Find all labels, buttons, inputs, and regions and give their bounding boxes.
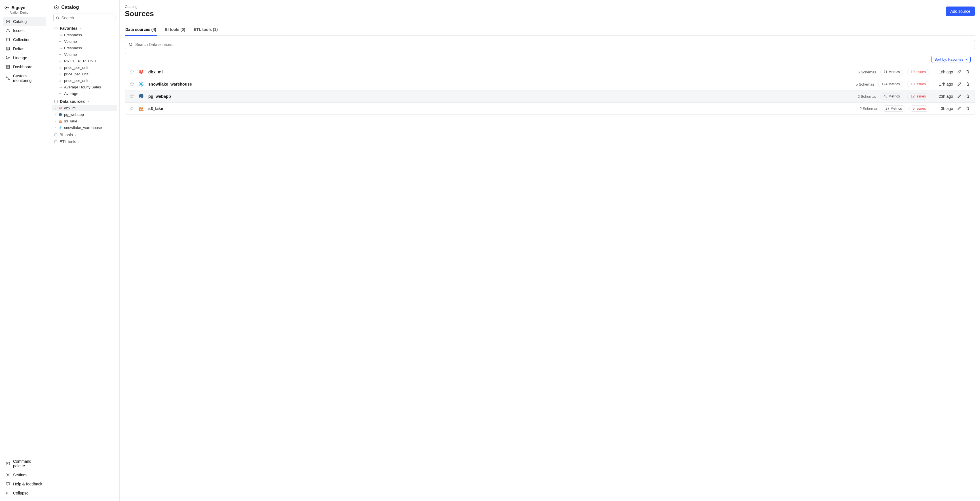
table-row[interactable]: s3_lake 2 Schemas 27 Metrics 5 Issues 3h… xyxy=(125,103,975,114)
sources-search[interactable] xyxy=(125,40,975,49)
favorite-toggle[interactable] xyxy=(130,106,134,111)
favorite-item[interactable]: #PRICE_PER_UNIT xyxy=(52,58,117,64)
databricks-icon xyxy=(59,106,62,110)
edit-button[interactable] xyxy=(957,70,962,75)
nav-help[interactable]: Help & feedback xyxy=(3,479,46,488)
catalog-search[interactable] xyxy=(53,14,115,22)
edit-button[interactable] xyxy=(957,94,962,99)
favorite-item[interactable]: Volume xyxy=(52,38,117,45)
favorite-toggle[interactable] xyxy=(130,94,134,99)
data-sources-header[interactable]: Data sources ▼ xyxy=(52,98,117,105)
tree-source-pg-webapp[interactable]: › pg_webapp xyxy=(52,111,117,118)
time-ago: 18h ago xyxy=(933,70,953,74)
nav-lineage[interactable]: Lineage xyxy=(3,53,46,62)
s3-icon xyxy=(138,105,144,112)
nav-custom-monitoring[interactable]: Custom monitoring xyxy=(3,71,46,85)
nav-deltas[interactable]: Deltas xyxy=(3,44,46,53)
sine-icon xyxy=(59,46,62,50)
tree-source-dbx-ml[interactable]: › dbx_ml xyxy=(52,105,117,111)
table-row[interactable]: snowflake_warehouse 5 Schemas 124 Metric… xyxy=(125,78,975,90)
add-source-button[interactable]: Add source xyxy=(946,6,975,16)
svg-point-13 xyxy=(56,16,59,19)
svg-point-3 xyxy=(6,56,7,57)
sort-label: Sort by: Favorites xyxy=(934,57,963,62)
grid-icon xyxy=(6,65,10,69)
sine-icon xyxy=(59,92,62,96)
favorite-item[interactable]: Freshness xyxy=(52,45,117,51)
tree-source-s3-lake[interactable]: › s3_lake xyxy=(52,118,117,124)
favorite-item[interactable]: #price_per_unit xyxy=(52,71,117,78)
favorite-toggle[interactable] xyxy=(130,70,134,75)
chevron-right-icon: › xyxy=(54,126,57,129)
source-label: snowflake_warehouse xyxy=(64,125,102,130)
postgres-icon xyxy=(138,93,144,100)
main-content: Catalog Sources Add source Data sources … xyxy=(120,0,980,501)
catalog-search-input[interactable] xyxy=(62,16,113,20)
catalog-panel: Catalog Favorites ▼ Freshness Volume Fre… xyxy=(49,0,120,501)
item-label: Volume xyxy=(64,52,77,57)
nav-catalog[interactable]: Catalog xyxy=(3,17,46,26)
bi-tools-header[interactable]: BI tools ▸ xyxy=(52,132,117,138)
nav-collapse[interactable]: Collapse xyxy=(3,488,46,498)
nav-label: Custom monitoring xyxy=(13,74,43,83)
chevron-right-icon: › xyxy=(54,106,57,109)
caret-icon: ▸ xyxy=(75,134,76,136)
section-label: ETL tools xyxy=(60,140,76,144)
nav-label: Deltas xyxy=(13,46,24,51)
nav-settings[interactable]: Settings xyxy=(3,470,46,479)
etl-tools-header[interactable]: ETL tools ▸ xyxy=(52,138,117,145)
favorite-item[interactable]: #price_per_unit xyxy=(52,64,117,71)
delete-button[interactable] xyxy=(966,82,970,87)
schemas-count: 2 Schemas xyxy=(854,94,876,98)
schemas-count: 2 Schemas xyxy=(856,106,878,111)
nav-collections[interactable]: Collections xyxy=(3,35,46,44)
schemas-count: 5 Schemas xyxy=(851,82,874,86)
tab-data-sources[interactable]: Data sources (4) xyxy=(125,24,157,36)
item-label: Average xyxy=(64,92,78,96)
nav-dashboard[interactable]: Dashboard xyxy=(3,62,46,71)
nav-bottom-list: Command palette Settings Help & feedback… xyxy=(0,457,49,501)
svg-rect-12 xyxy=(6,483,10,485)
sine-icon xyxy=(59,85,62,89)
sources-search-input[interactable] xyxy=(135,42,971,47)
item-label: PRICE_PER_UNIT xyxy=(64,59,97,63)
favorite-item[interactable]: Freshness xyxy=(52,32,117,38)
favorite-item[interactable]: Average xyxy=(52,90,117,97)
databricks-icon xyxy=(138,69,144,75)
brand-name: Bigeye xyxy=(11,5,25,10)
tree-source-snowflake[interactable]: › snowflake_warehouse xyxy=(52,124,117,131)
issues-pill: 18 Issues xyxy=(907,81,929,87)
favorite-toggle[interactable] xyxy=(130,82,134,87)
nav-label: Command palette xyxy=(13,459,43,468)
sources-table: Sort by: Favorites ▼ dbx_ml 6 Schemas 71… xyxy=(125,53,975,115)
tab-etl-tools[interactable]: ETL tools (1) xyxy=(193,24,218,36)
nav-issues[interactable]: Issues xyxy=(3,26,46,35)
delta-icon xyxy=(6,46,10,51)
delete-button[interactable] xyxy=(966,70,970,75)
tab-bi-tools[interactable]: BI tools (0) xyxy=(164,24,186,36)
item-label: Average Hourly Sales xyxy=(64,85,101,89)
favorites-header[interactable]: Favorites ▼ xyxy=(52,25,117,32)
nav-label: Collections xyxy=(13,37,32,42)
table-row[interactable]: dbx_ml 6 Schemas 71 Metrics 19 Issues 18… xyxy=(125,66,975,78)
edit-button[interactable] xyxy=(957,82,962,87)
item-label: price_per_unit xyxy=(64,72,89,76)
nav-command-palette[interactable]: Command palette xyxy=(3,457,46,470)
edit-button[interactable] xyxy=(957,106,962,111)
search-icon xyxy=(129,42,133,47)
nav-label: Help & feedback xyxy=(13,482,42,486)
favorite-item[interactable]: Average Hourly Sales xyxy=(52,84,117,90)
sine-icon xyxy=(59,33,62,37)
snowflake-icon xyxy=(59,126,62,130)
delete-button[interactable] xyxy=(966,106,970,111)
svg-point-0 xyxy=(6,7,8,8)
svg-rect-15 xyxy=(54,133,57,136)
sort-button[interactable]: Sort by: Favorites ▼ xyxy=(931,56,970,63)
page-title: Sources xyxy=(125,10,154,18)
svg-rect-6 xyxy=(6,65,8,67)
delete-button[interactable] xyxy=(966,94,970,99)
favorite-item[interactable]: Volume xyxy=(52,51,117,58)
favorite-item[interactable]: #price_per_unit xyxy=(52,78,117,84)
chat-icon xyxy=(6,482,10,486)
table-row[interactable]: pg_webapp 2 Schemas 48 Metrics 12 Issues… xyxy=(125,90,975,103)
